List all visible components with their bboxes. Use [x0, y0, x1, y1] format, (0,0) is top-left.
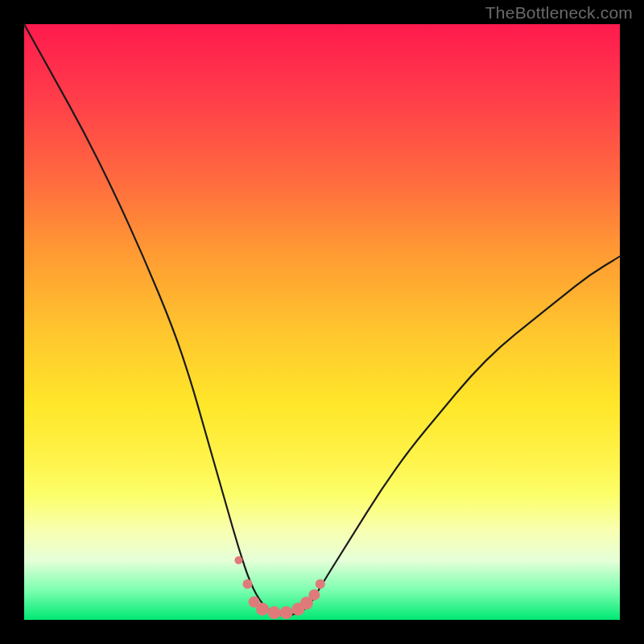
sweet-spot-marker: [234, 556, 242, 564]
chart-svg: [24, 24, 620, 620]
bottleneck-curve: [24, 24, 620, 615]
watermark-label: TheBottleneck.com: [485, 3, 633, 23]
plot-area: [24, 24, 620, 620]
chart-frame: TheBottleneck.com: [0, 0, 644, 644]
sweet-spot-marker: [280, 606, 293, 619]
sweet-spot-marker: [243, 580, 253, 589]
sweet-spot-marker: [316, 580, 325, 589]
sweet-spot-markers: [234, 556, 324, 619]
sweet-spot-marker: [308, 589, 320, 601]
sweet-spot-marker: [268, 606, 281, 619]
sweet-spot-marker: [256, 603, 269, 616]
